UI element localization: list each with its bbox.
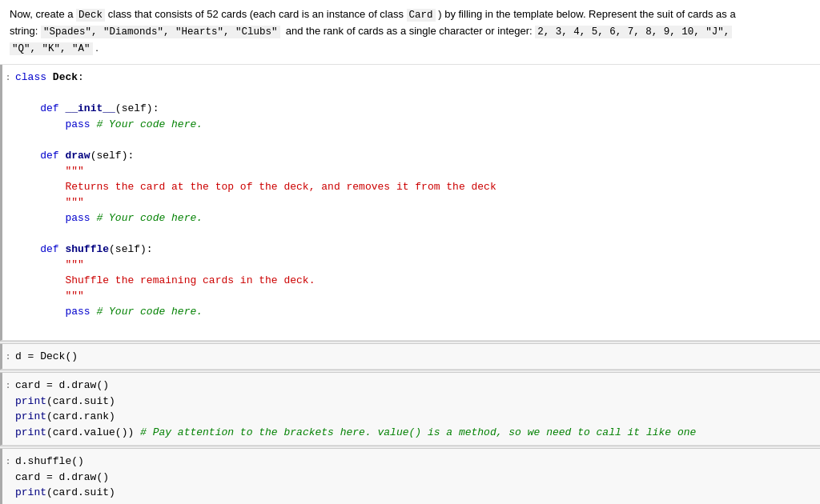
code-line-blank3 xyxy=(2,226,820,242)
gutter: : xyxy=(2,457,12,466)
intro-line2: string: "Spades", "Diamonds", "Hearts", … xyxy=(10,25,732,37)
code-line-draw-pass: pass # Your code here. xyxy=(2,210,820,226)
line-content-print-value: print(card.value()) # Pay attention to t… xyxy=(12,425,820,441)
ranks-code: 2, 3, 4, 5, 6, 7, 8, 9, 10, "J", xyxy=(535,26,732,38)
line-content-shuffle-docbody: Shuffle the remaining cards in the deck. xyxy=(12,273,820,289)
code-line-class: : class Deck: xyxy=(2,70,820,86)
line-content-card-draw2: card = d.draw() xyxy=(12,470,820,486)
code-line-init-pass: pass # Your code here. xyxy=(2,117,820,133)
gutter: : xyxy=(2,381,12,390)
line-content-print-suit: print(card.suit) xyxy=(12,394,820,410)
code-line-shuffle-def: def shuffle(self): xyxy=(2,242,820,258)
code-line-print-rank: print(card.rank) xyxy=(2,409,820,425)
line-content-shuffle-pass: pass # Your code here. xyxy=(12,304,820,320)
intro-line3: "Q", "K", "A" . xyxy=(10,42,98,54)
shuffle-cell: : d.shuffle() card = d.draw() print(card… xyxy=(0,449,820,504)
code-line-print-suit2: print(card.suit) xyxy=(2,485,820,501)
intro-line1: Now, create a Deck class that consists o… xyxy=(10,8,736,20)
line-content-draw-docend: """ xyxy=(12,194,820,210)
code-line-print-rank2: print(card.rank) xyxy=(2,501,820,504)
remaining-ranks-code: "Q", "K", "A" xyxy=(10,42,93,55)
line-content-blank3 xyxy=(12,226,820,242)
line-content-draw-pass: pass # Your code here. xyxy=(12,210,820,226)
code-line-shuffle-pass: pass # Your code here. xyxy=(2,304,820,320)
line-content-draw-docstart: """ xyxy=(12,163,820,179)
line-content-shuffle-docend: """ xyxy=(12,288,820,304)
deck-init-cell: : d = Deck() xyxy=(0,344,820,370)
line-content-print-rank: print(card.rank) xyxy=(12,409,820,425)
line-content-init-pass: pass # Your code here. xyxy=(12,117,820,133)
deck-code: Deck xyxy=(76,9,105,22)
code-line-card-draw2: card = d.draw() xyxy=(2,470,820,486)
code-line-draw-def: def draw(self): xyxy=(2,148,820,164)
suits-code: "Spades", "Diamonds", "Hearts", "Clubs" xyxy=(41,26,280,38)
code-line-init-def: def __init__(self): xyxy=(2,101,820,117)
code-line-print-value: print(card.value()) # Pay attention to t… xyxy=(2,425,820,441)
line-content-shuffle-def: def shuffle(self): xyxy=(12,242,820,258)
code-line-draw-docend: """ xyxy=(2,194,820,210)
card-draw-cell: : card = d.draw() print(card.suit) print… xyxy=(0,373,820,446)
card-code: Card xyxy=(407,9,436,22)
code-line-deck-init: : d = Deck() xyxy=(2,349,820,365)
code-line-blank4 xyxy=(2,319,820,335)
gutter: : xyxy=(2,352,12,362)
class-deck-section: : class Deck: def __init__(self): pass #… xyxy=(0,65,820,341)
code-line-print-suit: print(card.suit) xyxy=(2,394,820,410)
code-line-shuffle-docstart: """ xyxy=(2,257,820,273)
line-content-blank2 xyxy=(12,132,820,148)
line-content-deck-init: d = Deck() xyxy=(12,349,820,365)
code-line-card-draw: : card = d.draw() xyxy=(2,378,820,394)
intro-text: Now, create a Deck class that consists o… xyxy=(0,0,820,65)
gutter: : xyxy=(2,73,12,82)
code-line-draw-docstart: """ xyxy=(2,163,820,179)
line-content-init-def: def __init__(self): xyxy=(12,101,820,117)
line-content-print-suit2: print(card.suit) xyxy=(12,485,820,501)
line-content-draw-docbody: Returns the card at the top of the deck,… xyxy=(12,179,820,195)
code-line-draw-docbody: Returns the card at the top of the deck,… xyxy=(2,179,820,195)
code-line-blank2 xyxy=(2,132,820,148)
line-content-shuffle-call: d.shuffle() xyxy=(12,454,820,470)
line-content-card-draw: card = d.draw() xyxy=(12,378,820,394)
line-content-class: class Deck: xyxy=(12,70,820,86)
code-line-shuffle-docbody: Shuffle the remaining cards in the deck. xyxy=(2,273,820,289)
line-content-draw-def: def draw(self): xyxy=(12,148,820,164)
line-content-print-rank2: print(card.rank) xyxy=(12,501,820,504)
line-content-blank1 xyxy=(12,86,820,102)
line-content-shuffle-docstart: """ xyxy=(12,257,820,273)
code-line-blank1 xyxy=(2,86,820,102)
line-content-blank4 xyxy=(12,319,820,335)
code-line-shuffle-call: : d.shuffle() xyxy=(2,454,820,470)
code-line-shuffle-docend: """ xyxy=(2,288,820,304)
